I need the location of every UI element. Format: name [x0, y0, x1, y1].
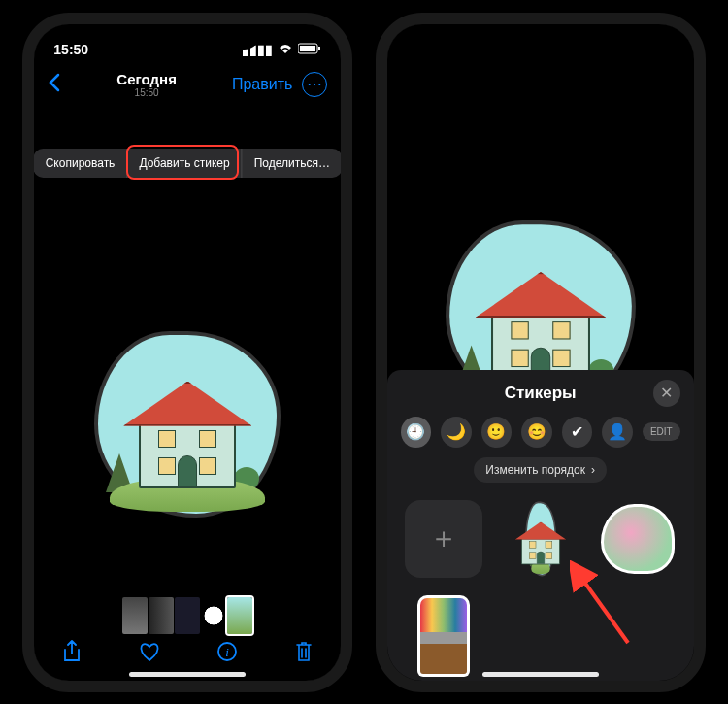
tab-memoji-1[interactable]: 🙂 [481, 417, 513, 448]
back-button[interactable] [48, 73, 61, 96]
tab-recent[interactable]: 🕘 [401, 417, 432, 448]
trash-icon [294, 640, 314, 663]
share-icon [62, 640, 82, 663]
edit-button[interactable]: Править [232, 76, 292, 93]
reorder-label: Изменить порядок [485, 463, 585, 477]
edit-tabs-button[interactable]: EDIT [643, 422, 680, 441]
thumbnail[interactable] [201, 597, 226, 634]
photo-viewer[interactable]: Скопировать Добавить стикер Поделиться… [34, 106, 341, 681]
memoji-icon: 🙂 [486, 422, 506, 441]
sheet-header: Стикеры ✕ [387, 370, 694, 413]
context-copy[interactable]: Скопировать [34, 149, 128, 178]
thumbnail[interactable] [149, 597, 174, 634]
clock-icon: 🕘 [406, 422, 425, 441]
sticker-house[interactable] [498, 496, 583, 582]
nav-bar: Сегодня 15:50 Править ⋯ [34, 63, 341, 106]
svg-text:i: i [225, 645, 229, 659]
delete-button[interactable] [294, 640, 314, 668]
tab-avatar[interactable]: 👤 [602, 417, 633, 448]
like-button[interactable] [138, 641, 161, 667]
stickers-sheet: Стикеры ✕ 🕘 🌙 🙂 😊 ✔︎ 👤 EDIT Изменить пор… [387, 370, 694, 681]
sticker-brush[interactable] [401, 593, 486, 679]
photo-house-sticker[interactable] [90, 327, 284, 521]
bottom-toolbar: i [34, 636, 341, 673]
battery-icon [298, 42, 321, 57]
close-button[interactable]: ✕ [653, 380, 680, 407]
chevron-right-icon: › [591, 463, 595, 477]
phone-right: Стикеры ✕ 🕘 🌙 🙂 😊 ✔︎ 👤 EDIT Изменить пор… [376, 13, 706, 692]
svg-rect-2 [318, 47, 320, 50]
screen-left: 15:50 ▮▮▮▮ Сегодня 15:50 Править [34, 24, 341, 681]
add-sticker-button[interactable]: ＋ [401, 496, 486, 582]
ellipsis-icon: ⋯ [307, 75, 322, 93]
thumbnail-selected[interactable] [227, 597, 252, 634]
swoosh-icon: ✔︎ [571, 422, 583, 441]
thumbnail[interactable] [175, 597, 200, 634]
heart-icon [138, 641, 161, 662]
tab-moon[interactable]: 🌙 [441, 417, 472, 448]
plus-icon: ＋ [429, 519, 458, 558]
notch [115, 24, 260, 50]
share-button[interactable] [62, 640, 82, 668]
thumbnail-strip [34, 597, 341, 634]
screen-right: Стикеры ✕ 🕘 🌙 🙂 😊 ✔︎ 👤 EDIT Изменить пор… [387, 24, 694, 681]
moon-icon: 🌙 [447, 422, 466, 441]
context-add-sticker[interactable]: Добавить стикер [127, 149, 242, 178]
notch [468, 24, 613, 50]
nav-title-group: Сегодня 15:50 [61, 71, 232, 98]
info-button[interactable]: i [216, 641, 238, 667]
close-icon: ✕ [660, 384, 673, 402]
status-time: 15:50 [53, 42, 88, 57]
wifi-icon [278, 42, 293, 57]
nav-subtitle: 15:50 [61, 87, 232, 98]
svg-rect-1 [300, 46, 315, 51]
phone-left: 15:50 ▮▮▮▮ Сегодня 15:50 Править [22, 13, 352, 692]
nav-title: Сегодня [61, 71, 232, 87]
thumbnail[interactable] [122, 597, 148, 634]
memoji-icon: 😊 [527, 422, 546, 441]
context-menu: Скопировать Добавить стикер Поделиться… [34, 149, 342, 178]
more-button[interactable]: ⋯ [302, 72, 327, 97]
home-indicator[interactable] [129, 672, 246, 677]
sheet-title: Стикеры [428, 384, 653, 403]
context-share[interactable]: Поделиться… [243, 149, 342, 178]
chevron-left-icon [48, 73, 61, 92]
sticker-grid: ＋ [387, 486, 694, 688]
sticker-cat[interactable] [595, 496, 680, 582]
avatar-icon: 👤 [608, 422, 627, 441]
home-indicator[interactable] [482, 672, 599, 677]
reorder-button[interactable]: Изменить порядок › [474, 457, 607, 483]
info-icon: i [216, 641, 238, 662]
tab-memoji-2[interactable]: 😊 [521, 417, 552, 448]
nav-actions: Править ⋯ [232, 72, 327, 97]
tab-swoosh[interactable]: ✔︎ [562, 417, 593, 448]
sticker-tabs: 🕘 🌙 🙂 😊 ✔︎ 👤 EDIT [387, 413, 694, 452]
